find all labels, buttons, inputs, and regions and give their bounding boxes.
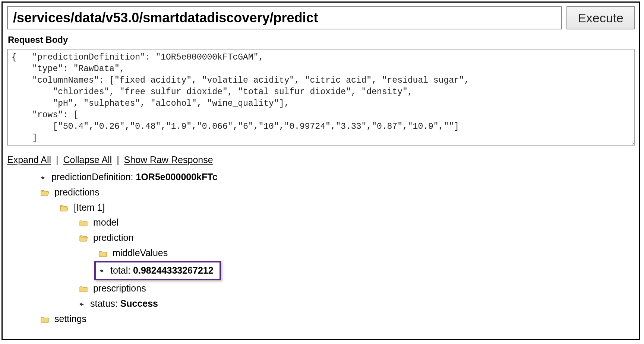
leaf-key: predictionDefinition: — [51, 172, 133, 182]
leaf-value: Success — [120, 298, 158, 309]
expand-all-link[interactable]: Expand All — [7, 155, 51, 165]
folder-closed-icon — [79, 216, 88, 223]
leaf-value: 1OR5e000000kFTc — [136, 172, 217, 182]
tree-node-middle-values[interactable]: middleValues — [99, 246, 635, 260]
leaf-icon: ▪▸ — [79, 300, 85, 309]
response-controls: Expand All | Collapse All | Show Raw Res… — [7, 155, 635, 165]
endpoint-url-input[interactable] — [7, 6, 562, 29]
tree-node-item1[interactable]: [Item 1] model — [60, 200, 635, 311]
node-label: middleValues — [113, 248, 168, 258]
node-label: predictions — [54, 187, 100, 197]
folder-closed-icon — [99, 246, 107, 253]
node-label: settings — [54, 313, 86, 324]
folder-open-icon — [79, 231, 88, 238]
leaf-icon: ▪▸ — [41, 173, 46, 182]
highlight-box: ▪▸ total: 0.98244333267212 — [94, 261, 221, 281]
top-row: Execute — [7, 6, 635, 29]
collapse-all-link[interactable]: Collapse All — [63, 155, 112, 165]
execute-button[interactable]: Execute — [566, 6, 635, 29]
leaf-key: status: — [90, 298, 118, 309]
tree-node-model[interactable]: model — [79, 215, 635, 230]
folder-open-icon — [41, 186, 49, 192]
request-body-textarea[interactable]: { "predictionDefinition": "1OR5e000000kF… — [7, 49, 635, 146]
node-label: prescriptions — [93, 283, 146, 293]
app-frame: Execute Request Body { "predictionDefini… — [1, 1, 640, 340]
request-body-label: Request Body — [8, 35, 634, 45]
separator: | — [117, 155, 119, 165]
folder-closed-icon — [41, 312, 49, 319]
folder-closed-icon — [79, 282, 88, 289]
tree-leaf-status[interactable]: ▪▸ status: Success — [79, 296, 635, 311]
leaf-value: 0.98244333267212 — [133, 265, 214, 275]
tree-leaf-total[interactable]: ▪▸ total: 0.98244333267212 — [99, 261, 635, 281]
leaf-key: total: — [110, 265, 130, 275]
separator: | — [56, 155, 59, 165]
tree-node-predictions[interactable]: predictions [Item 1] model — [41, 185, 635, 311]
tree-node-prescriptions[interactable]: prescriptions — [79, 281, 635, 296]
node-label: prediction — [93, 232, 133, 243]
response-tree: ▪▸ predictionDefinition: 1OR5e000000kFTc… — [7, 170, 635, 326]
tree-leaf-prediction-definition[interactable]: ▪▸ predictionDefinition: 1OR5e000000kFTc — [41, 170, 635, 184]
leaf-icon: ▪▸ — [100, 266, 105, 275]
node-label: [Item 1] — [74, 202, 105, 213]
folder-open-icon — [60, 201, 68, 208]
show-raw-response-link[interactable]: Show Raw Response — [124, 155, 213, 165]
tree-node-prediction[interactable]: prediction middleValues — [79, 230, 635, 280]
tree-node-settings[interactable]: settings — [41, 312, 635, 326]
node-label: model — [93, 217, 119, 227]
